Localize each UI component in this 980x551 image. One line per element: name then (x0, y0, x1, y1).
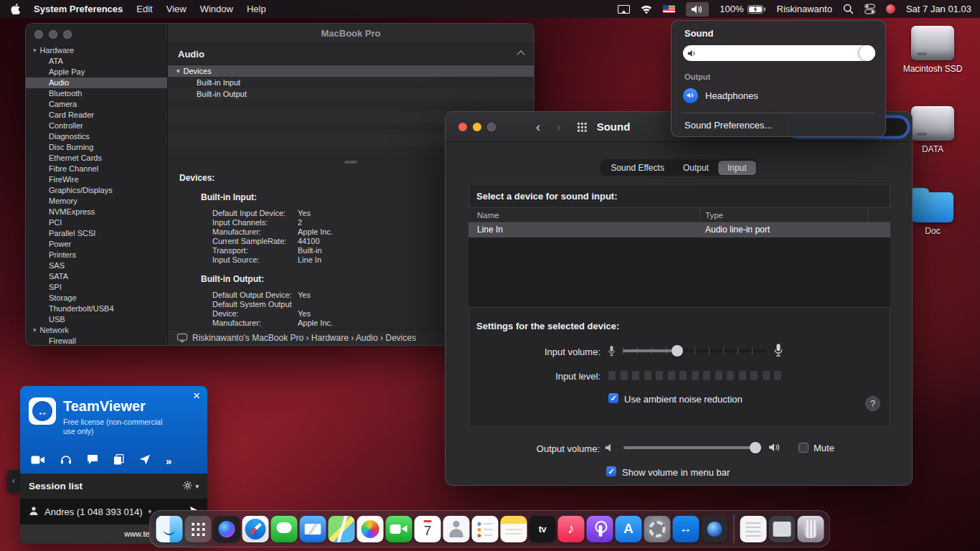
show-all-grid-icon[interactable] (577, 122, 587, 132)
battery-indicator[interactable]: 100% (720, 4, 765, 14)
input-source-flag-icon[interactable] (663, 5, 675, 13)
tab-input[interactable]: Input (718, 161, 756, 175)
sound-preferences-link[interactable]: Sound Preferences... (684, 120, 772, 131)
minimize-button[interactable] (49, 30, 57, 39)
menu-window[interactable]: Window (200, 4, 233, 14)
dock-item-files[interactable] (769, 516, 796, 542)
column-divider[interactable] (867, 208, 868, 222)
column-divider[interactable] (699, 208, 700, 222)
volume-menu-icon[interactable] (686, 2, 709, 17)
menu-help[interactable]: Help (247, 4, 266, 14)
dock-item-trash[interactable] (798, 516, 824, 542)
close-button[interactable] (458, 123, 467, 131)
sidebar-item-nvmexpress[interactable]: NVMExpress (26, 207, 167, 217)
sidebar-item-card-reader[interactable]: Card Reader (26, 110, 167, 121)
sidebar-item-controller[interactable]: Controller (26, 121, 167, 131)
breadcrumb[interactable]: Riskinawanto’s MacBook Pro › Hardware › … (192, 333, 416, 343)
sidebar-item-diagnostics[interactable]: Diagnostics (26, 131, 167, 142)
connect-icon[interactable] (139, 454, 151, 468)
sidebar-item-graphics-displays[interactable]: Graphics/Displays (26, 185, 167, 196)
chat-icon[interactable] (87, 454, 98, 468)
collapse-chevron-icon[interactable] (517, 50, 524, 58)
volume-slider[interactable] (683, 45, 875, 61)
close-button[interactable] (34, 30, 43, 39)
menu-bar-clock[interactable]: Sat 7 Jan 01.03 (906, 4, 971, 14)
dock-item-safari[interactable] (242, 516, 269, 542)
sidebar-item-ata[interactable]: ATA (26, 56, 167, 67)
sidebar-item-thunderbolt-usb4[interactable]: Thunderbolt/USB4 (26, 303, 167, 314)
more-actions-icon[interactable]: » (166, 455, 171, 467)
dock-item-finder[interactable] (156, 516, 183, 542)
column-header-name[interactable]: Name (477, 208, 499, 222)
sidebar-group-network[interactable]: ▾Network (26, 325, 167, 336)
minimize-button[interactable] (473, 123, 481, 131)
sidebar-item-ethernet-cards[interactable]: Ethernet Cards (26, 153, 167, 164)
teamviewer-menu-icon[interactable] (886, 4, 895, 14)
slider-knob[interactable] (672, 345, 683, 357)
session-list-row[interactable]: Session list ▾ (20, 474, 207, 499)
tab-sound-effects[interactable]: Sound Effects (601, 161, 674, 175)
menu-app-name[interactable]: System Preferences (34, 4, 123, 14)
control-center-icon[interactable] (864, 4, 875, 14)
sidebar-item-fibre-channel[interactable]: Fibre Channel (26, 164, 167, 174)
dock-item-mail[interactable] (300, 516, 326, 542)
dock-item-notes[interactable] (501, 516, 527, 542)
fast-user-switching-menu[interactable]: Riskinawanto (777, 4, 832, 14)
file-transfer-icon[interactable] (113, 454, 124, 468)
dock-item-documents[interactable] (740, 516, 767, 542)
dock-item-facetime[interactable] (386, 516, 413, 542)
dock-item-tv[interactable]: tv (529, 516, 556, 542)
sidebar-item-bluetooth[interactable]: Bluetooth (26, 88, 167, 99)
sidebar-item-power[interactable]: Power (26, 239, 167, 250)
back-button[interactable]: ‹ (536, 119, 540, 135)
wifi-icon[interactable] (641, 5, 652, 14)
headset-icon[interactable] (60, 454, 72, 468)
show-volume-menubar-checkbox[interactable]: ✓ (606, 466, 616, 476)
tab-output[interactable]: Output (674, 161, 718, 175)
slider-knob[interactable] (750, 442, 761, 453)
sidebar-item-parallel-scsi[interactable]: Parallel SCSI (26, 228, 167, 239)
video-call-icon[interactable] (31, 455, 45, 468)
mute-checkbox[interactable] (798, 443, 809, 453)
desktop-icon-macintosh-ssd[interactable]: Macintosh SSD (903, 26, 963, 74)
sidebar-item-disc-burning[interactable]: Disc Burning (26, 142, 167, 153)
tree-row-built-in-input[interactable]: Built-in Input (168, 77, 534, 88)
dock-item-teamviewer[interactable]: ↔ (673, 516, 699, 542)
apple-menu-icon[interactable] (11, 4, 20, 14)
input-volume-slider[interactable] (623, 345, 766, 357)
close-icon[interactable]: × (193, 389, 200, 403)
column-header-type[interactable]: Type (705, 208, 723, 222)
output-device-headphones[interactable]: Headphones (683, 85, 874, 105)
dock-item-maps[interactable] (329, 516, 355, 542)
chevron-down-icon[interactable]: ▾ (195, 483, 199, 490)
spotlight-search-icon[interactable] (843, 4, 854, 14)
dock-item-calendar[interactable]: 7 (415, 516, 441, 542)
sidebar-item-firewall[interactable]: Firewall (26, 336, 167, 346)
teamviewer-drawer-handle[interactable]: ‹ (7, 470, 20, 493)
sidebar-item-apple-pay[interactable]: Apple Pay (26, 67, 167, 77)
sidebar-group-hardware[interactable]: ▾Hardware (26, 45, 167, 56)
audio-section-header[interactable]: Audio (168, 44, 534, 65)
slider-knob[interactable] (859, 45, 875, 61)
sidebar-item-memory[interactable]: Memory (26, 196, 167, 207)
dock-item-podcasts[interactable] (587, 516, 613, 542)
chevron-down-icon[interactable]: ▾ (149, 508, 152, 515)
ambient-noise-checkbox[interactable]: ✓ (608, 393, 618, 403)
dock-item-photos[interactable] (357, 516, 384, 542)
sidebar-item-storage[interactable]: Storage (26, 293, 167, 303)
dock-item-app-store[interactable]: A (616, 516, 642, 542)
help-button[interactable]: ? (865, 396, 880, 411)
dock-item-reminders[interactable] (472, 516, 499, 542)
tree-row-built-in-output[interactable]: Built-in Output (168, 88, 534, 100)
sidebar-item-sas[interactable]: SAS (26, 260, 167, 271)
sidebar-item-usb[interactable]: USB (26, 314, 167, 325)
zoom-button[interactable] (63, 30, 72, 39)
screen-mirroring-icon[interactable] (618, 5, 630, 14)
sidebar-item-camera[interactable]: Camera (26, 99, 167, 110)
forward-button[interactable]: › (556, 119, 560, 135)
tree-row-devices[interactable]: ▾Devices (168, 65, 534, 77)
zoom-button[interactable] (487, 123, 496, 131)
menu-edit[interactable]: Edit (136, 4, 152, 14)
dock-item-system-preferences[interactable] (644, 516, 671, 542)
menu-view[interactable]: View (166, 4, 187, 14)
